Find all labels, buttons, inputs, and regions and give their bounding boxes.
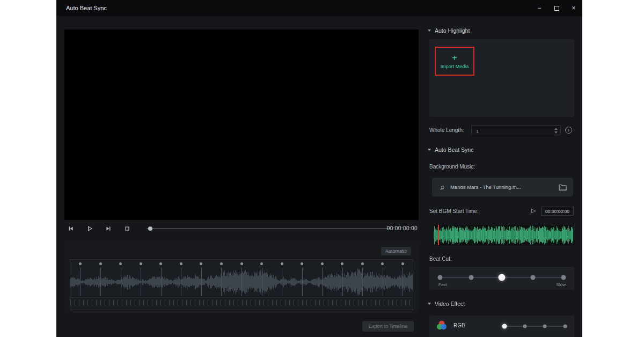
music-file-name: Manos Mars - The Tunning.m... — [450, 184, 521, 190]
slider-dot[interactable] — [502, 324, 507, 329]
bgm-waveform[interactable] — [434, 225, 573, 245]
rgb-effect-row: RGB — [429, 316, 574, 337]
auto-beat-sync-section-header[interactable]: Auto Beat Sync — [428, 146, 473, 153]
play-icon[interactable] — [86, 225, 93, 232]
beat-marker — [220, 262, 223, 265]
beat-marker — [159, 262, 162, 265]
slider-dot[interactable] — [530, 275, 535, 280]
rgb-slider[interactable] — [504, 326, 565, 327]
step-backward-icon[interactable] — [68, 225, 74, 232]
info-icon[interactable]: i — [565, 127, 572, 134]
collapse-arrow-icon — [428, 30, 431, 32]
slider-dot[interactable] — [499, 274, 506, 281]
beat-marker — [341, 262, 343, 265]
auto-highlight-header-label: Auto Highlight — [435, 27, 470, 34]
timeline-ruler — [70, 297, 413, 310]
seek-slider[interactable] — [147, 228, 390, 229]
rgb-label: RGB — [453, 323, 465, 328]
music-note-icon: ♫ — [440, 184, 444, 191]
beat-marker — [180, 262, 182, 265]
slider-dot[interactable] — [469, 275, 473, 280]
beat-marker — [240, 262, 243, 265]
maximize-icon — [554, 6, 559, 11]
transport-bar: 00:00:00:00 — [64, 222, 419, 236]
slider-dot[interactable] — [543, 325, 547, 328]
spinner-up-icon[interactable] — [554, 128, 558, 130]
beat-marker — [401, 262, 404, 265]
window-controls: − × — [531, 0, 582, 16]
import-media-button[interactable]: + Import Media — [435, 47, 474, 76]
import-media-panel: + Import Media — [429, 39, 574, 117]
window-title: Auto Beat Sync — [66, 5, 107, 11]
timeline-panel: Automatic — [64, 241, 419, 314]
beat-marker — [321, 262, 324, 265]
video-effect-section-header[interactable]: Video Effect — [428, 301, 465, 307]
timeline-track[interactable] — [70, 259, 413, 310]
beat-marker — [119, 262, 122, 265]
beat-marker — [200, 262, 202, 265]
title-bar: Auto Beat Sync − × — [56, 0, 582, 16]
beat-cut-label: Beat Cut: — [429, 256, 452, 262]
auto-beat-sync-header-label: Auto Beat Sync — [435, 146, 473, 153]
plus-icon: + — [452, 53, 457, 62]
beat-marker — [140, 262, 142, 265]
export-to-timeline-button[interactable]: Export to Timeline — [362, 321, 414, 332]
bgm-start-timecode[interactable]: 00:00:00:00 — [541, 207, 574, 216]
beat-cut-panel: Fast Slow — [429, 267, 574, 290]
slider-dot[interactable] — [564, 325, 567, 328]
beat-cut-slider[interactable] — [440, 277, 564, 278]
auto-beat-sync-window: Auto Beat Sync − × 00:00:00:00 Automatic… — [56, 0, 582, 337]
beat-marker — [301, 262, 303, 265]
beat-marker — [260, 262, 263, 265]
minimize-button[interactable]: − — [531, 0, 548, 16]
folder-icon[interactable] — [559, 184, 567, 191]
timeline-waveform — [70, 267, 413, 297]
slider-dot[interactable] — [523, 325, 526, 328]
import-media-label: Import Media — [441, 64, 469, 69]
slider-dot[interactable] — [438, 275, 443, 280]
beat-marker — [79, 262, 82, 265]
background-music-label: Background Music: — [429, 164, 475, 170]
spinner-down-icon[interactable] — [554, 131, 558, 134]
preview-timecode: 00:00:00:00 — [387, 225, 418, 231]
beat-marker — [361, 262, 364, 265]
maximize-button[interactable] — [548, 0, 565, 16]
close-button[interactable]: × — [565, 0, 582, 16]
automatic-button[interactable]: Automatic — [381, 247, 411, 255]
collapse-arrow-icon — [428, 149, 431, 151]
bgm-play-icon[interactable]: ▷ — [531, 207, 536, 214]
seek-slider-thumb[interactable] — [148, 226, 152, 231]
beat-cut-fast-label: Fast — [438, 282, 447, 287]
slider-dot[interactable] — [561, 275, 566, 280]
set-bgm-start-label: Set BGM Start Time: — [429, 208, 479, 214]
stop-icon[interactable] — [124, 225, 130, 232]
auto-highlight-section-header[interactable]: Auto Highlight — [428, 27, 470, 34]
beat-cut-slow-label: Slow — [557, 282, 566, 287]
video-effect-header-label: Video Effect — [435, 301, 465, 307]
whole-length-spinner — [554, 128, 558, 134]
transport-buttons — [68, 222, 130, 236]
collapse-arrow-icon — [428, 303, 431, 305]
bgm-waveform-canvas — [434, 225, 573, 245]
beat-marker — [99, 262, 102, 265]
whole-length-input[interactable] — [472, 127, 541, 136]
beat-marker — [281, 262, 283, 265]
step-forward-icon[interactable] — [105, 225, 112, 232]
whole-length-label: Whole Length: — [429, 127, 464, 133]
video-preview — [64, 30, 419, 220]
beat-marker — [381, 262, 384, 265]
whole-length-field — [471, 125, 561, 135]
rgb-color-icon — [436, 320, 447, 333]
music-file-box[interactable]: ♫ Manos Mars - The Tunning.m... — [432, 178, 573, 196]
bgm-playhead — [438, 225, 439, 245]
beat-markers-row — [70, 260, 413, 267]
